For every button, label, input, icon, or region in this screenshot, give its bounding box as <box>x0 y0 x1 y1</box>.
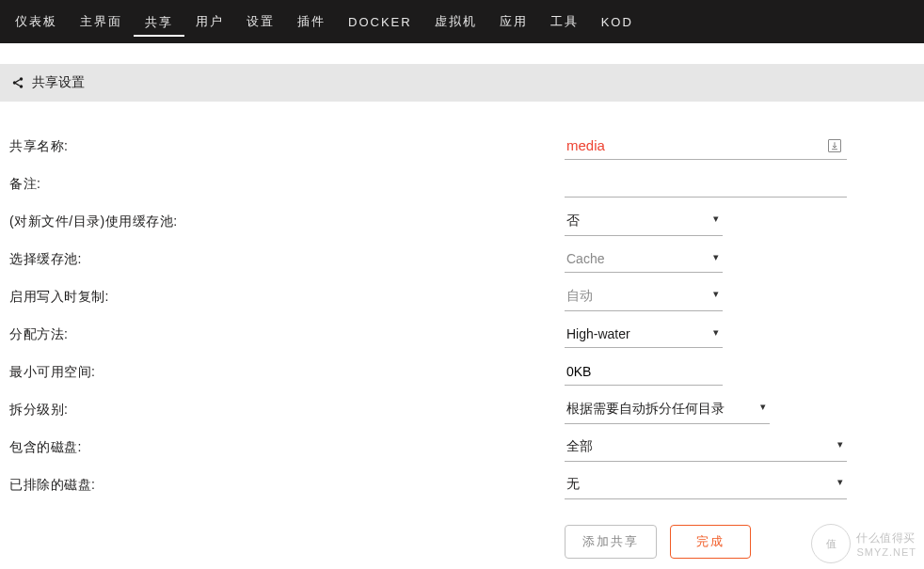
nav-plugins[interactable]: 插件 <box>286 8 337 36</box>
section-header: 共享设置 <box>0 64 924 102</box>
alloc-label: 分配方法: <box>9 326 565 343</box>
cow-label: 启用写入时复制: <box>9 289 565 306</box>
split-select[interactable]: 根据需要自动拆分任何目录 <box>565 397 770 424</box>
min-free-label: 最小可用空间: <box>9 364 565 381</box>
alloc-select[interactable]: High-water <box>565 323 723 348</box>
nav-dashboard[interactable]: 仪表板 <box>4 8 69 36</box>
svg-point-1 <box>13 81 17 85</box>
watermark-badge-icon: 值 <box>811 524 851 563</box>
nav-kod[interactable]: KOD <box>590 9 645 35</box>
excluded-select[interactable]: 无 <box>565 472 847 499</box>
section-title: 共享设置 <box>32 74 85 91</box>
split-label: 拆分级别: <box>9 402 565 419</box>
share-icon <box>11 76 24 89</box>
nav-main[interactable]: 主界面 <box>69 8 134 36</box>
included-select[interactable]: 全部 <box>565 435 847 462</box>
included-label: 包含的磁盘: <box>9 439 565 456</box>
nav-apps[interactable]: 应用 <box>488 8 539 36</box>
svg-point-2 <box>20 85 24 88</box>
excluded-label: 已排除的磁盘: <box>9 477 565 494</box>
cache-pool-select[interactable]: Cache <box>565 247 723 273</box>
share-name-input[interactable] <box>565 134 847 160</box>
share-settings-form: 共享名称: 备注: (对新文件/目录)使用缓存池: 否 选择缓存池: Cache… <box>0 102 924 559</box>
nav-vms[interactable]: 虚拟机 <box>423 8 488 36</box>
comment-input[interactable] <box>565 172 847 198</box>
keyboard-hint-icon <box>828 139 841 152</box>
comment-label: 备注: <box>9 176 565 193</box>
svg-point-0 <box>20 77 24 81</box>
min-free-input[interactable] <box>565 360 723 386</box>
top-nav: 仪表板 主界面 共享 用户 设置 插件 DOCKER 虚拟机 应用 工具 KOD <box>0 0 924 43</box>
watermark-line1: 什么值得买 <box>856 530 916 546</box>
cache-pool-label: 选择缓存池: <box>9 251 565 268</box>
use-cache-label: (对新文件/目录)使用缓存池: <box>9 213 565 230</box>
share-name-label: 共享名称: <box>9 138 565 155</box>
watermark: 值 什么值得买 SMYZ.NET <box>804 518 924 569</box>
nav-shares[interactable]: 共享 <box>134 8 184 37</box>
cow-select[interactable]: 自动 <box>565 284 723 311</box>
watermark-line2: SMYZ.NET <box>856 546 916 558</box>
nav-tools[interactable]: 工具 <box>539 8 590 36</box>
nav-docker[interactable]: DOCKER <box>337 9 423 35</box>
nav-users[interactable]: 用户 <box>184 8 235 36</box>
use-cache-select[interactable]: 否 <box>565 209 723 236</box>
done-button[interactable]: 完成 <box>670 525 751 559</box>
add-share-button[interactable]: 添加共享 <box>565 525 657 559</box>
nav-settings[interactable]: 设置 <box>235 8 286 36</box>
